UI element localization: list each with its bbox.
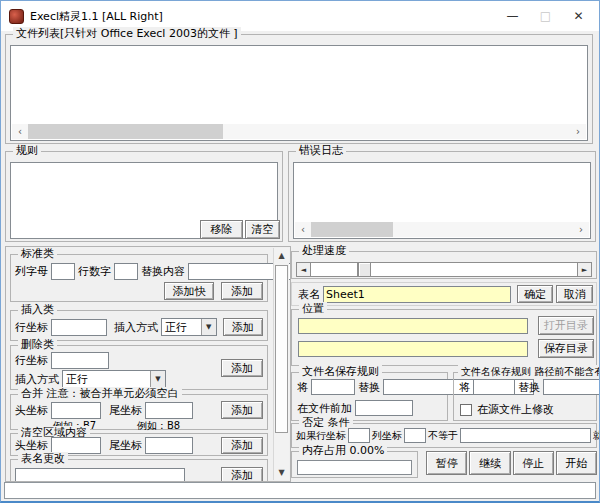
rename-sheet-label: 表名更改 (18, 452, 68, 466)
insert-row-coord-label: 行坐标 (15, 320, 48, 335)
chevron-down-icon[interactable]: ▼ (201, 319, 216, 335)
close-button[interactable]: ✕ (562, 1, 595, 31)
speed-label: 处理速度 (299, 244, 349, 258)
clear-tail-input[interactable] (145, 437, 193, 454)
filename-from-label: 将 (297, 380, 308, 395)
delete-label: 删除类 (18, 338, 57, 352)
file-listbox[interactable]: ‹ › (10, 45, 588, 141)
resume-button[interactable]: 继续 (469, 451, 510, 475)
standard-group: 标准类 列字母 行数字 替换内容 添加快 添加 (10, 254, 268, 302)
sheet-name-input[interactable] (323, 286, 511, 303)
delete-row-coord-label: 行坐标 (15, 353, 48, 368)
error-log-listbox[interactable]: ‹ › (293, 162, 591, 239)
merge-tail-input[interactable] (145, 402, 193, 419)
merge-head-label: 头坐标 (15, 403, 48, 418)
sheet-name-label: 表名 (298, 287, 320, 302)
app-icon (9, 9, 24, 24)
filename-prefix-label: 在文件前加 (297, 401, 352, 416)
scroll-left-icon[interactable]: ‹ (295, 222, 311, 237)
speed-slider-right-track[interactable] (371, 262, 577, 277)
path-from-input[interactable] (473, 379, 515, 395)
memory-group: 内存占用 0.00% (291, 451, 418, 478)
scroll-right-icon[interactable]: › (573, 222, 589, 237)
scroll-up-icon[interactable]: ▲ (274, 248, 289, 263)
negate-col-label: 列坐标 (372, 429, 402, 443)
file-list-label: 文件列表[只针对 Office Execl 2003的文件 ] (13, 27, 241, 41)
clear-area-add-button[interactable]: 添加 (221, 437, 263, 454)
insert-row-coord-input[interactable] (51, 319, 107, 336)
location-label: 位置 (299, 302, 327, 316)
path-replace-input[interactable] (543, 379, 600, 395)
save-path-input[interactable] (298, 341, 528, 357)
chevron-down-icon[interactable]: ▼ (150, 371, 165, 387)
delete-mode-value: 正行 (63, 372, 150, 387)
negate-skip-label: 就忽略该文件 (593, 429, 600, 443)
negate-value-input[interactable] (460, 428, 591, 443)
merge-head-input[interactable] (51, 402, 101, 419)
stop-button[interactable]: 停止 (513, 451, 554, 475)
filename-from-input[interactable] (311, 379, 355, 395)
error-log-hscrollbar[interactable]: ‹ › (295, 222, 589, 237)
rule-editor-panel: 标准类 列字母 行数字 替换内容 添加快 添加 插入类 行坐标 插入方式 (5, 246, 291, 482)
delete-row-coord-input[interactable] (51, 352, 109, 369)
rules-group: 规则 移除 清空 (5, 151, 283, 242)
negate-col-input[interactable] (404, 428, 426, 443)
minimize-button[interactable]: — (496, 1, 529, 31)
scroll-left-icon[interactable]: ◄ (296, 262, 311, 277)
insert-mode-label: 插入方式 (114, 320, 158, 335)
filename-prefix-input[interactable] (355, 400, 413, 416)
col-letter-input[interactable] (51, 263, 75, 280)
insert-mode-select[interactable]: 正行 ▼ (161, 318, 217, 336)
rule-editor-vscrollbar[interactable]: ▲ ▼ (273, 248, 289, 480)
open-dir-button[interactable]: 打开目录 (538, 316, 594, 335)
error-log-hscroll-thumb[interactable] (311, 222, 393, 237)
scroll-right-icon[interactable]: ► (577, 262, 592, 277)
insert-add-button[interactable]: 添加 (223, 318, 263, 336)
scroll-right-icon[interactable]: › (570, 124, 586, 139)
start-button[interactable]: 开始 (556, 451, 597, 475)
scroll-down-icon[interactable]: ▼ (274, 465, 289, 480)
file-list-hscroll-thumb[interactable] (28, 124, 223, 139)
memory-progress-bar (297, 460, 412, 475)
rule-editor-vscroll-thumb[interactable] (275, 265, 288, 433)
delete-add-button[interactable]: 添加 (221, 359, 263, 377)
pause-button[interactable]: 暂停 (426, 451, 467, 475)
error-log-label: 错误日志 (296, 144, 346, 158)
merge-add-button[interactable]: 添加 (221, 401, 263, 419)
cancel-button[interactable]: 取消 (556, 285, 593, 303)
scroll-left-icon[interactable]: ‹ (12, 124, 28, 139)
path-replace-label: 替换 (518, 380, 540, 395)
row-number-input[interactable] (114, 263, 138, 280)
path-rule-group: 文件名保存规则 路径前不能含有 将 替换 在源文件上修改 (453, 372, 597, 421)
negate-neq-label: 不等于 (428, 429, 458, 443)
add-fast-button[interactable]: 添加快 (164, 282, 214, 300)
speed-slider-thumb[interactable] (358, 262, 371, 277)
file-list-hscrollbar[interactable]: ‹ › (12, 124, 586, 139)
delete-mode-select[interactable]: 正行 ▼ (62, 370, 166, 388)
maximize-icon: □ (540, 9, 551, 23)
minimize-icon: — (507, 9, 519, 23)
clear-head-label: 头坐标 (15, 438, 48, 453)
standard-label: 标准类 (18, 247, 57, 261)
rename-sheet-input[interactable] (15, 468, 185, 483)
modify-source-label: 在源文件上修改 (477, 402, 554, 417)
rename-sheet-add-button[interactable]: 添加 (221, 467, 263, 482)
merge-tail-label: 尾坐标 (109, 403, 142, 418)
save-dir-button[interactable]: 保存目录 (538, 339, 594, 358)
speed-slider[interactable]: ◄ ► (296, 262, 592, 277)
rules-clear-button[interactable]: 清空 (245, 220, 280, 239)
insert-group: 插入类 行坐标 插入方式 正行 ▼ 添加 (10, 310, 268, 341)
negate-row-input[interactable] (348, 428, 370, 443)
open-path-input[interactable] (298, 318, 528, 334)
file-list-group: 文件列表[只针对 Office Execl 2003的文件 ] ‹ › (5, 34, 593, 144)
rules-remove-button[interactable]: 移除 (200, 220, 243, 239)
col-letter-label: 列字母 (15, 264, 48, 279)
filename-rule-label: 文件名保存规则 (299, 365, 382, 379)
error-log-group: 错误日志 ‹ › (288, 151, 596, 242)
speed-slider-left-track[interactable] (311, 262, 358, 277)
modify-source-checkbox[interactable] (460, 404, 472, 416)
ok-button[interactable]: 确定 (517, 285, 554, 303)
maximize-button[interactable]: □ (529, 1, 562, 31)
standard-add-button[interactable]: 添加 (221, 282, 263, 300)
path-from-label: 将 (459, 380, 470, 395)
